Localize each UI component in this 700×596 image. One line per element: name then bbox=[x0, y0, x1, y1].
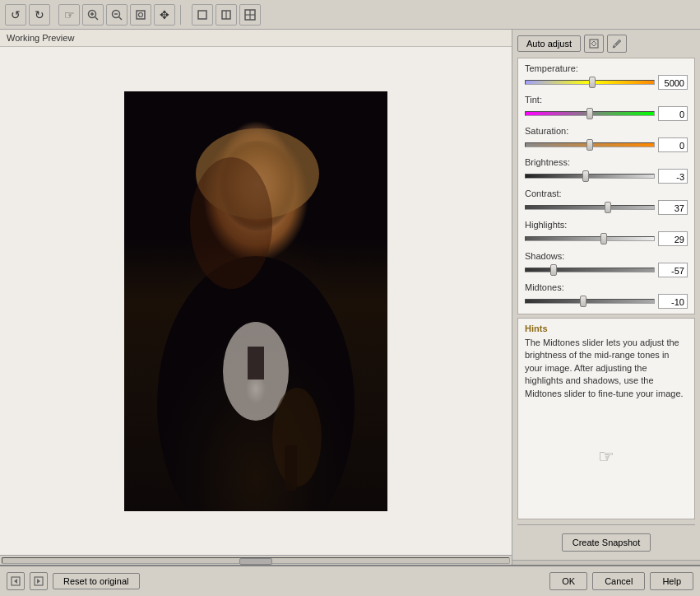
highlights-slider[interactable] bbox=[525, 233, 655, 244]
auto-adjust-row: Auto adjust bbox=[517, 35, 695, 53]
shadows-row: Shadows: -57 bbox=[525, 251, 688, 277]
tint-value[interactable]: 0 bbox=[658, 106, 688, 121]
svg-rect-22 bbox=[285, 445, 297, 491]
zoom-out-icon-svg bbox=[111, 9, 123, 21]
portrait-svg bbox=[124, 91, 387, 511]
shadows-label: Shadows: bbox=[525, 251, 688, 261]
temperature-value[interactable]: 5000 bbox=[658, 75, 688, 90]
contrast-thumb[interactable] bbox=[605, 202, 611, 213]
brightness-value[interactable]: -3 bbox=[658, 169, 688, 184]
hand-tool-icon[interactable]: ☞ bbox=[58, 4, 80, 26]
midtones-value[interactable]: -10 bbox=[658, 294, 688, 309]
image-area bbox=[0, 47, 512, 555]
previous-icon[interactable] bbox=[7, 572, 25, 590]
saturation-thumb[interactable] bbox=[586, 139, 593, 151]
auto-adjust-button[interactable]: Auto adjust bbox=[517, 35, 581, 52]
tint-row: Tint: 0 bbox=[525, 95, 688, 121]
hints-text: The Midtones slider lets you adjust the … bbox=[525, 337, 688, 400]
fit-window-icon[interactable] bbox=[130, 4, 151, 26]
svg-rect-17 bbox=[248, 347, 264, 379]
bottom-bar: Reset to original OK Cancel Help bbox=[0, 565, 700, 596]
single-view-icon[interactable] bbox=[192, 4, 213, 26]
reset-button[interactable]: Reset to original bbox=[53, 573, 140, 589]
temperature-label: Temperature: bbox=[525, 63, 688, 73]
main-area: Working Preview bbox=[0, 30, 700, 565]
undo-icon[interactable]: ↺ bbox=[5, 4, 26, 26]
zoom-in-icon-svg bbox=[87, 9, 99, 21]
svg-point-24 bbox=[613, 46, 614, 48]
brightness-row: Brightness: -3 bbox=[525, 157, 688, 184]
midtones-thumb[interactable] bbox=[580, 296, 586, 307]
hints-title: Hints bbox=[525, 324, 688, 333]
right-panel: Auto adjust Temperature: bbox=[512, 30, 700, 565]
fit-window-icon-svg bbox=[135, 9, 146, 21]
preview-image bbox=[124, 91, 387, 511]
midtones-label: Midtones: bbox=[525, 282, 688, 292]
pan-icon[interactable]: ✥ bbox=[154, 4, 175, 26]
midtones-row: Midtones: -10 bbox=[525, 282, 688, 309]
preview-title: Working Preview bbox=[0, 30, 512, 47]
svg-point-20 bbox=[190, 157, 272, 289]
cancel-button[interactable]: Cancel bbox=[592, 572, 645, 590]
help-button[interactable]: Help bbox=[650, 572, 693, 590]
horizontal-scrollbar[interactable] bbox=[0, 555, 512, 565]
highlights-thumb[interactable] bbox=[600, 233, 607, 244]
svg-rect-9 bbox=[198, 11, 206, 19]
tint-label: Tint: bbox=[525, 95, 688, 105]
scrollbar-track bbox=[2, 557, 510, 564]
contrast-label: Contrast: bbox=[525, 189, 688, 198]
sliders-section: Temperature: 5000 Tint: bbox=[517, 58, 695, 314]
tint-slider[interactable] bbox=[525, 108, 655, 119]
contrast-value[interactable]: 37 bbox=[658, 200, 688, 215]
next-icon[interactable] bbox=[30, 572, 48, 590]
shadows-thumb[interactable] bbox=[550, 264, 557, 276]
temperature-thumb[interactable] bbox=[589, 77, 596, 88]
split-view-icon[interactable] bbox=[216, 4, 237, 26]
zoom-out-icon[interactable] bbox=[106, 4, 127, 26]
snapshot-row: Create Snapshot bbox=[517, 530, 695, 555]
ok-button[interactable]: OK bbox=[549, 572, 587, 590]
brightness-thumb[interactable] bbox=[582, 170, 589, 182]
right-panel-divider bbox=[517, 524, 695, 525]
svg-line-5 bbox=[119, 16, 123, 20]
zoom-in-icon[interactable] bbox=[82, 4, 104, 26]
highlights-label: Highlights: bbox=[525, 220, 688, 230]
midtones-slider[interactable] bbox=[525, 296, 655, 307]
scrollbar-thumb[interactable] bbox=[239, 558, 272, 565]
tint-thumb[interactable] bbox=[586, 108, 593, 119]
saturation-slider[interactable] bbox=[525, 139, 655, 151]
toolbar: ↺ ↻ ☞ ✥ bbox=[0, 0, 700, 30]
contrast-slider[interactable] bbox=[525, 202, 655, 213]
shadows-slider[interactable] bbox=[525, 264, 655, 276]
svg-point-8 bbox=[139, 12, 143, 16]
svg-rect-7 bbox=[137, 11, 145, 19]
pick-white-balance-icon[interactable] bbox=[584, 35, 604, 53]
contrast-row: Contrast: 37 bbox=[525, 189, 688, 215]
svg-line-1 bbox=[95, 16, 99, 20]
cursor-icon: ☞ bbox=[598, 446, 614, 468]
create-snapshot-button[interactable]: Create Snapshot bbox=[562, 533, 651, 552]
saturation-row: Saturation: 0 bbox=[525, 126, 688, 152]
highlights-row: Highlights: 29 bbox=[525, 220, 688, 246]
brightness-label: Brightness: bbox=[525, 157, 688, 167]
brightness-slider[interactable] bbox=[525, 170, 655, 182]
right-bottom-stripe bbox=[512, 560, 700, 565]
shadows-value[interactable]: -57 bbox=[658, 263, 688, 277]
highlights-value[interactable]: 29 bbox=[658, 231, 688, 246]
saturation-label: Saturation: bbox=[525, 126, 688, 136]
temperature-slider[interactable] bbox=[525, 77, 655, 88]
hints-box: Hints The Midtones slider lets you adjus… bbox=[517, 318, 695, 519]
eyedropper-icon[interactable] bbox=[607, 35, 627, 53]
saturation-value[interactable]: 0 bbox=[658, 137, 688, 152]
redo-icon[interactable]: ↻ bbox=[29, 4, 50, 26]
fit-all-icon[interactable] bbox=[239, 4, 261, 26]
temperature-row: Temperature: 5000 bbox=[525, 63, 688, 90]
left-panel: Working Preview bbox=[0, 30, 512, 565]
cursor-area: ☞ bbox=[525, 400, 688, 514]
